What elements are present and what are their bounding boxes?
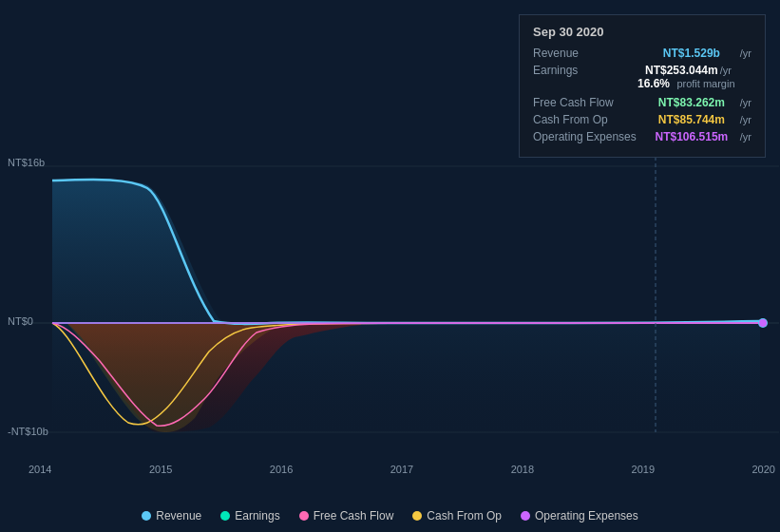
tooltip-cashfromop-value: NT$85.744m <box>658 113 725 126</box>
legend-dot-revenue <box>142 511 151 521</box>
legend-item-opex[interactable]: Operating Expenses <box>521 509 638 522</box>
tooltip-cashfromop-label: Cash From Op <box>533 113 637 126</box>
tooltip-cashfromop-row: Cash From Op NT$85.744m /yr <box>533 113 751 126</box>
tooltip-cashfromop-unit: /yr <box>740 114 751 125</box>
legend-label-revenue: Revenue <box>156 509 201 522</box>
tooltip-opex-row: Operating Expenses NT$106.515m /yr <box>533 130 751 143</box>
tooltip-fcf-unit: /yr <box>740 97 751 108</box>
tooltip-earnings-unit: /yr <box>720 65 732 76</box>
tooltip: Sep 30 2020 Revenue NT$1.529b /yr Earnin… <box>519 14 766 158</box>
chart-container: NT$16b NT$0 -NT$10b 2014 2015 2016 2017 … <box>0 0 780 532</box>
tooltip-revenue-value: NT$1.529b <box>663 47 720 60</box>
tooltip-fcf-value: NT$83.262m <box>658 96 725 109</box>
legend-dot-earnings <box>220 511 230 521</box>
x-label-2020: 2020 <box>751 464 774 475</box>
legend-item-cashfromop[interactable]: Cash From Op <box>412 509 502 522</box>
tooltip-revenue-row: Revenue NT$1.529b /yr <box>533 47 751 60</box>
x-label-2016: 2016 <box>270 464 293 475</box>
x-axis: 2014 2015 2016 2017 2018 2019 2020 <box>29 464 775 475</box>
x-label-2017: 2017 <box>390 464 413 475</box>
tooltip-revenue-unit: /yr <box>740 48 751 59</box>
legend-label-cashfromop: Cash From Op <box>427 509 502 522</box>
tooltip-earnings-row: Earnings NT$253.044m /yr 16.6% profit ma… <box>533 64 751 90</box>
legend-dot-cashfromop <box>412 511 422 521</box>
x-label-2019: 2019 <box>632 464 655 475</box>
legend-label-fcf: Free Cash Flow <box>314 509 394 522</box>
tooltip-earnings-margin: 16.6% <box>637 77 670 90</box>
legend-label-earnings: Earnings <box>235 509 279 522</box>
tooltip-earnings-label: Earnings <box>533 64 637 77</box>
y-axis-zero-label: NT$0 <box>8 315 33 327</box>
legend-dot-opex <box>521 511 530 521</box>
x-label-2018: 2018 <box>511 464 534 475</box>
svg-point-5 <box>759 319 767 327</box>
y-axis-neg-label: -NT$10b <box>8 426 48 437</box>
tooltip-profit-margin-label: profit margin <box>676 78 734 89</box>
tooltip-opex-label: Operating Expenses <box>533 130 637 143</box>
legend-dot-fcf <box>299 511 309 521</box>
x-label-2014: 2014 <box>29 464 51 475</box>
tooltip-earnings-value: NT$253.044m <box>645 64 718 77</box>
y-axis-top-label: NT$16b <box>8 157 45 168</box>
legend-item-earnings[interactable]: Earnings <box>220 509 279 522</box>
tooltip-fcf-label: Free Cash Flow <box>533 96 637 109</box>
legend-item-revenue[interactable]: Revenue <box>142 509 201 522</box>
legend-label-opex: Operating Expenses <box>535 509 638 522</box>
tooltip-opex-value: NT$106.515m <box>656 130 729 143</box>
x-label-2015: 2015 <box>149 464 172 475</box>
tooltip-fcf-row: Free Cash Flow NT$83.262m /yr <box>533 96 751 109</box>
tooltip-opex-unit: /yr <box>740 131 751 142</box>
tooltip-date: Sep 30 2020 <box>533 25 751 39</box>
tooltip-revenue-label: Revenue <box>533 47 637 60</box>
legend: Revenue Earnings Free Cash Flow Cash Fro… <box>0 509 780 522</box>
legend-item-fcf[interactable]: Free Cash Flow <box>299 509 394 522</box>
